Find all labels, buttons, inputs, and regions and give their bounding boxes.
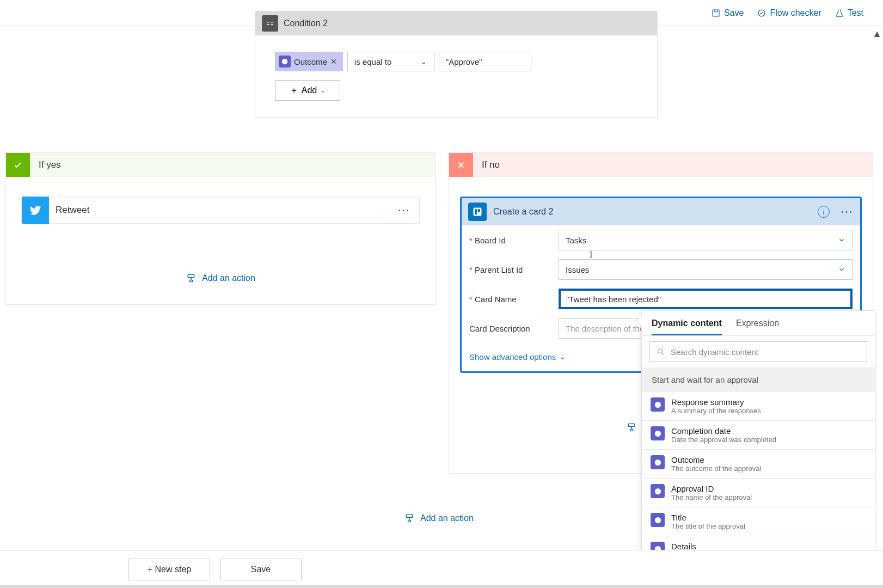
chevron-down-icon: ⌄ <box>320 87 326 94</box>
approval-icon <box>651 426 665 440</box>
svg-rect-6 <box>475 209 477 215</box>
retweet-menu-button[interactable]: ⋯ <box>397 203 419 217</box>
svg-rect-11 <box>408 520 411 522</box>
svg-rect-5 <box>474 208 482 216</box>
card-name-label: Card Name <box>475 295 517 304</box>
create-card-menu-button[interactable]: ⋯ <box>841 205 854 219</box>
svg-rect-8 <box>628 424 635 426</box>
add-action-icon <box>186 273 197 284</box>
dynamic-item-title: Response summary <box>671 397 761 407</box>
add-condition-label: Add <box>302 85 317 95</box>
condition-token-outcome[interactable]: Outcome ✕ <box>275 52 343 71</box>
close-icon <box>449 153 473 177</box>
horizontal-scrollbar[interactable] <box>0 585 883 588</box>
board-id-select[interactable]: Tasks <box>559 230 853 250</box>
if-yes-add-action[interactable]: Add an action <box>6 273 435 284</box>
svg-point-14 <box>654 430 660 436</box>
svg-point-13 <box>654 401 660 407</box>
dynamic-search-input[interactable]: Search dynamic content <box>649 341 867 362</box>
if-yes-branch: If yes Retweet ⋯ Add an action <box>5 152 436 305</box>
dynamic-item-desc: The title of the approval <box>671 522 745 530</box>
chevron-down-icon: ⌄ <box>420 57 427 66</box>
tab-dynamic-content[interactable]: Dynamic content <box>652 318 722 335</box>
add-action-icon <box>404 513 415 524</box>
new-step-button[interactable]: + New step <box>128 559 210 580</box>
dynamic-item-title: Title <box>671 513 745 522</box>
dynamic-section-header: Start and wait for an approval <box>642 367 875 392</box>
dynamic-item[interactable]: TitleThe title of the approval <box>642 507 875 536</box>
svg-rect-10 <box>406 514 413 517</box>
dynamic-content-panel: Dynamic content Expression Search dynami… <box>641 310 875 588</box>
search-icon <box>657 347 665 356</box>
chevron-down-icon <box>838 236 845 244</box>
if-yes-add-label: Add an action <box>202 273 255 283</box>
scroll-up-arrow[interactable]: ▲ <box>872 28 882 40</box>
plus-icon: ＋ <box>290 85 298 96</box>
test-button[interactable]: Test <box>835 8 863 18</box>
condition-card[interactable]: Condition 2 Outcome ✕ is equal to ⌄ ＋ Ad… <box>255 11 658 118</box>
dynamic-item-desc: A summary of the responses <box>671 407 761 415</box>
svg-rect-9 <box>630 429 633 431</box>
create-card-header: Create a card 2 i ⋯ <box>462 198 860 225</box>
dynamic-item-title: Outcome <box>671 455 762 464</box>
dynamic-item[interactable]: Completion dateDate the approval was com… <box>642 421 875 450</box>
test-icon <box>835 8 844 18</box>
condition-title: Condition 2 <box>284 19 328 28</box>
dynamic-item[interactable]: Approval IDThe name of the approval <box>642 479 875 507</box>
chevron-down-icon: ⌄ <box>559 352 566 362</box>
dynamic-item-title: Approval ID <box>671 484 752 493</box>
flow-checker-button[interactable]: Flow checker <box>757 8 821 18</box>
condition-icon <box>262 15 278 32</box>
approval-icon <box>651 455 665 469</box>
if-yes-header: If yes <box>6 153 435 177</box>
approval-icon <box>651 484 665 498</box>
save-button[interactable]: Save <box>711 8 744 18</box>
add-condition-button[interactable]: ＋ Add ⌄ <box>275 80 340 101</box>
card-desc-label: Card Description <box>469 324 530 333</box>
parent-list-value: Issues <box>566 265 589 274</box>
footer-save-button[interactable]: Save <box>220 559 302 580</box>
retweet-title: Retweet <box>56 205 391 216</box>
parent-list-select[interactable]: Issues <box>559 259 853 280</box>
parent-list-label: Parent List Id <box>475 265 523 274</box>
card-name-value: "Tweet has been rejected" <box>566 295 661 304</box>
condition-operator-select[interactable]: is equal to ⌄ <box>347 52 434 71</box>
condition-header: Condition 2 <box>255 11 657 35</box>
toolbar-save-label: Save <box>724 8 744 18</box>
board-id-value: Tasks <box>566 236 586 245</box>
add-action-icon <box>626 422 637 433</box>
svg-point-16 <box>654 488 660 494</box>
dynamic-item[interactable]: Response summaryA summary of the respons… <box>642 392 875 421</box>
flow-checker-icon <box>757 8 767 18</box>
toolbar-flowchecker-label: Flow checker <box>770 8 821 18</box>
if-no-header: If no <box>449 153 873 177</box>
approval-icon <box>651 513 665 527</box>
chevron-down-icon <box>838 266 845 273</box>
board-id-label: Board Id <box>475 236 506 245</box>
global-add-action[interactable]: Add an action <box>404 513 474 524</box>
svg-point-15 <box>654 459 660 465</box>
dynamic-item[interactable]: OutcomeThe outcome of the approval <box>642 450 875 479</box>
condition-value-input[interactable] <box>439 52 531 71</box>
show-advanced-label: Show advanced options <box>469 352 556 362</box>
condition-token-label: Outcome <box>294 57 327 66</box>
trello-icon <box>468 203 487 221</box>
dynamic-item-desc: Date the approval was completed <box>671 436 776 444</box>
svg-point-2 <box>282 59 288 65</box>
card-desc-placeholder: The description of the <box>566 324 644 333</box>
svg-rect-7 <box>478 209 480 212</box>
condition-operator-label: is equal to <box>354 57 391 66</box>
retweet-action-card[interactable]: Retweet ⋯ <box>21 197 420 224</box>
info-icon[interactable]: i <box>818 206 830 218</box>
tab-expression[interactable]: Expression <box>736 318 779 335</box>
remove-token-button[interactable]: ✕ <box>330 57 337 66</box>
if-yes-label: If yes <box>39 160 61 170</box>
global-add-label: Add an action <box>420 513 474 523</box>
approval-icon <box>651 397 665 412</box>
svg-rect-4 <box>190 280 193 281</box>
dynamic-item-desc: The name of the approval <box>671 493 752 501</box>
svg-rect-0 <box>713 10 719 16</box>
card-name-input[interactable]: "Tweet has been rejected" <box>559 289 853 309</box>
toolbar-test-label: Test <box>848 8 863 18</box>
save-icon <box>711 8 721 18</box>
